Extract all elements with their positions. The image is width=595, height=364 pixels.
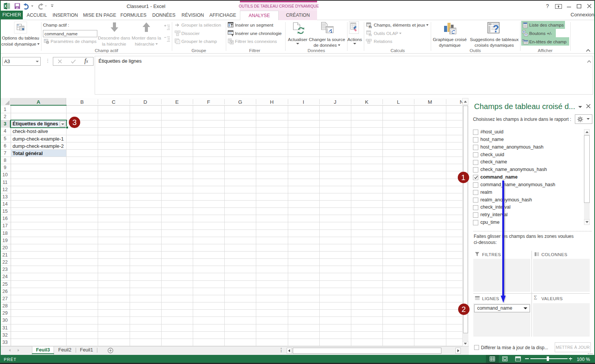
svg-text:i: i [47,41,48,44]
svg-text:?: ? [493,23,499,35]
svg-text:X: X [4,4,7,8]
svg-text:fx: fx [369,33,372,36]
svg-text:fx: fx [369,25,372,28]
svg-text:7: 7 [177,41,179,44]
